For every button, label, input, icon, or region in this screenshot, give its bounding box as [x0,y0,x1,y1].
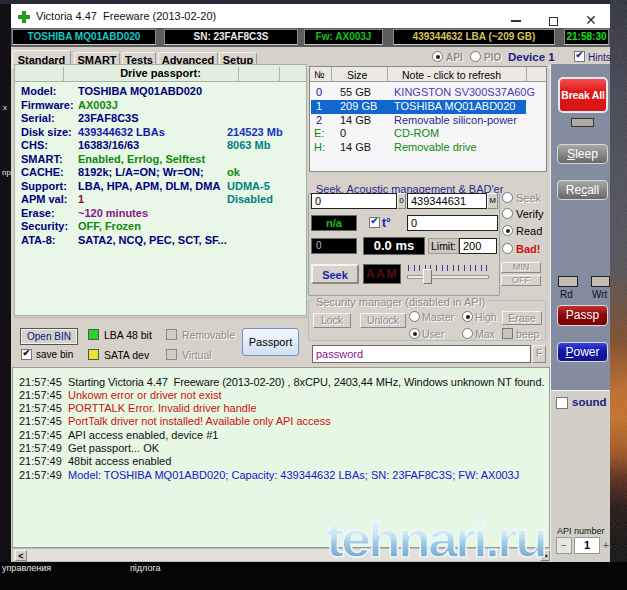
svg-text:tehnari.ru: tehnari.ru [326,512,545,568]
